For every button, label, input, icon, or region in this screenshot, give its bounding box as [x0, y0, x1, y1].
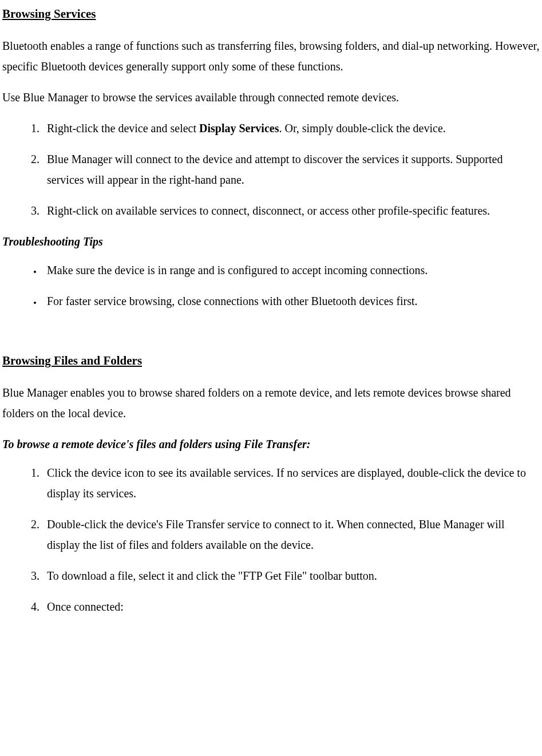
list-item: Make sure the device is in range and is … [42, 260, 540, 280]
sub-heading-troubleshooting-tips: Troubleshooting Tips [2, 231, 540, 252]
bullet-list: Make sure the device is in range and is … [2, 260, 540, 311]
list-item: Double-click the device's File Transfer … [42, 514, 540, 555]
paragraph: Bluetooth enables a range of functions s… [2, 35, 540, 77]
list-item: To download a file, select it and click … [42, 565, 540, 586]
text: . Or, simply double-click the device. [279, 122, 445, 134]
ordered-list: Click the device icon to see its availab… [2, 462, 540, 617]
section-heading-browsing-files-folders: Browsing Files and Folders [2, 350, 540, 372]
list-item: Blue Manager will connect to the device … [42, 149, 540, 190]
list-item: Right-click the device and select Displa… [42, 118, 540, 138]
list-item: Click the device icon to see its availab… [42, 462, 540, 504]
bold-text: Display Services [199, 122, 279, 134]
text: Right-click the device and select [47, 122, 199, 134]
section-heading-browsing-services: Browsing Services [2, 3, 540, 25]
sub-heading-file-transfer: To browse a remote device's files and fo… [2, 434, 540, 454]
section-gap [2, 322, 540, 350]
paragraph: Use Blue Manager to browse the services … [2, 87, 540, 108]
list-item: For faster service browsing, close conne… [42, 291, 540, 311]
list-item: Right-click on available services to con… [42, 200, 540, 221]
paragraph: Blue Manager enables you to browse share… [2, 382, 540, 423]
list-item: Once connected: [42, 596, 540, 617]
ordered-list: Right-click the device and select Displa… [2, 118, 540, 221]
